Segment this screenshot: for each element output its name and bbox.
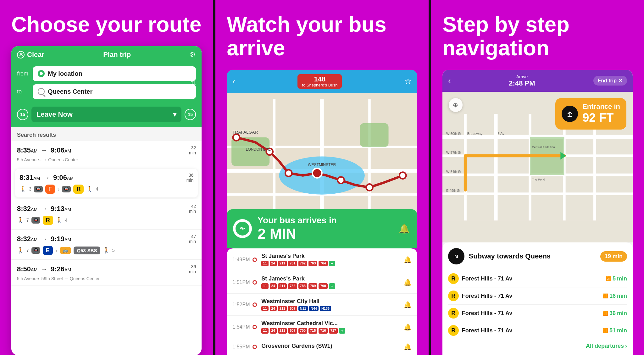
to-row: to Queens Center [17, 84, 196, 99]
min-val-3: 42 [191, 204, 196, 209]
result-min: 32 min [189, 145, 196, 155]
subway-towards-text: Subway towards Queens [469, 252, 596, 260]
result-row[interactable]: 8:35AM → 9:06AM 32 min 5th Avenue– → Que… [11, 141, 202, 167]
departure-row-0[interactable]: R Forest Hills - 71 Av 📶 5 min [448, 270, 627, 287]
bus-arrives-min: 2 MIN [258, 225, 393, 242]
bell-3[interactable]: 🔔 [404, 323, 412, 331]
stop-row-4[interactable]: 1:55PM Grosvenor Gardens (SW1) 🔔 [227, 338, 417, 355]
entrance-label: Entrance in [582, 103, 620, 111]
plan-header: ✕ Clear Plan trip ⚙ [11, 46, 202, 63]
result-row-highlight[interactable]: 8:31AM → 9:06AM 36 min 🚶 3 🚇 F › 🚇 [15, 169, 198, 197]
stop-dot-circle-0 [253, 258, 257, 262]
walk-icon-4: 🚶 [56, 217, 63, 224]
stop-time-0: 1:49PM [232, 257, 248, 263]
dep-time-2: 📶 36 min [603, 310, 627, 317]
bell-icon[interactable]: 🔔 [399, 224, 410, 234]
walk-icon-1: 🚶 [19, 186, 26, 192]
tag-716: 716 [319, 328, 327, 334]
stop-row-1[interactable]: 1:51PM St James's Park 11 24 211 786 788… [227, 271, 417, 294]
stop-row-3[interactable]: 1:54PM Westminster Cathedral Vic... 11 2… [227, 316, 417, 338]
route-arrow-2: › [55, 247, 58, 254]
search-results-label: Search results [11, 127, 202, 141]
walk-count-5: 7 [26, 248, 29, 253]
stop-name-3: Westminster Cathedral Vic... [261, 320, 399, 327]
entrance-svg [565, 109, 575, 119]
bell-0[interactable]: 🔔 [404, 256, 412, 263]
back-button[interactable]: ‹ [232, 76, 235, 86]
plan-trip-label: Plan trip [103, 51, 131, 59]
end-trip-button[interactable]: End trip ✕ [593, 76, 627, 86]
result-bottom-4: 🚶 7 🚇 E › 🚌 Q53-SBS 🚶 5 [17, 246, 196, 255]
stop-list: 1:49PM St James's Park 11 24 211 761 762… [227, 248, 417, 355]
subway-icon-r2: 🚇 [31, 217, 40, 224]
nav-bottom: M Subway towards Queens 19 min R Forest … [442, 242, 633, 355]
bell-4[interactable]: 🔔 [404, 343, 412, 351]
walk-count-2: 4 [96, 186, 98, 191]
svg-text:W 54th St: W 54th St [446, 169, 461, 173]
bell-2[interactable]: 🔔 [404, 301, 412, 308]
clear-icon: ✕ [17, 51, 25, 58]
nav-map-area: W 60th St W 57th St W 54th St E 49th St … [442, 92, 633, 242]
result-row-4[interactable]: 8:32AM → 9:19AM 47 min 🚶 7 🚇 E › 🚌 [11, 230, 202, 260]
arrive-time-5: 9:26AM [51, 265, 71, 273]
settings-icon[interactable]: ⚙ [190, 51, 196, 59]
result-row-3[interactable]: 8:32AM → 9:13AM 42 min 🚶 7 🚇 R 🚶 4 [11, 199, 202, 230]
stop-row-2[interactable]: 1:52PM Westminster City Hall 11 24 211 5… [227, 294, 417, 316]
panel-watch-bus: Watch your bus arrive ‹ 148 to Shepherd'… [213, 0, 428, 355]
bus-arrival-banner: Your bus arrives in 2 MIN 🔔 [227, 209, 417, 248]
result-row-5[interactable]: 8:50AM → 9:26AM 36 min 5th Avenue–59th S… [11, 260, 202, 286]
clear-label: Clear [27, 51, 44, 59]
svg-text:W 57th St: W 57th St [446, 151, 461, 154]
svg-text:LONDON EYE: LONDON EYE [246, 147, 271, 152]
route-tags-0: 11 24 211 761 762 763 764 + [261, 261, 399, 266]
stop-time-3: 1:54PM [232, 324, 248, 330]
tag-211-1: 211 [278, 283, 287, 289]
departure-row-3[interactable]: R Forest Hills - 71 Av 📶 51 min [448, 322, 627, 339]
tag-24: 24 [270, 261, 277, 266]
stop-row-0[interactable]: 1:49PM St James's Park 11 24 211 761 762… [227, 248, 417, 271]
min-label: min [189, 150, 196, 155]
svg-text:TRAFALGAR: TRAFALGAR [232, 130, 258, 135]
all-departures-link[interactable]: All departures › [448, 339, 627, 349]
departure-row-2[interactable]: R Forest Hills - 71 Av 📶 36 min [448, 305, 627, 322]
panel-choose-route: Choose your route ✕ Clear Plan trip ⚙ fr… [0, 0, 213, 355]
leave-now-button[interactable]: Leave Now ▾ [31, 107, 181, 122]
tag-211-3: 211 [278, 328, 287, 334]
bus-logo-inner [236, 222, 249, 236]
clear-btn[interactable]: ✕ Clear [17, 51, 44, 59]
walk-count-6: 5 [112, 248, 115, 253]
arrive-label: Arrive [509, 74, 535, 79]
stop-dot-0 [253, 258, 257, 262]
map-container: ‹ 148 to Shepherd's Bush ☆ [227, 70, 417, 248]
route-fields: from My location to Queens Center ⇅ [11, 63, 202, 103]
departure-row-1[interactable]: R Forest Hills - 71 Av 📶 16 min [448, 287, 627, 305]
tag-24-1: 24 [270, 283, 277, 289]
stop-info-1: St James's Park 11 24 211 786 788 789 79… [261, 275, 399, 289]
dep-time-0: 📶 5 min [606, 275, 627, 282]
dep-val-3: 51 [609, 327, 616, 334]
star-icon[interactable]: ☆ [404, 76, 412, 86]
stop-dot-3 [253, 325, 257, 329]
bell-1[interactable]: 🔔 [404, 279, 412, 286]
svg-rect-9 [360, 123, 389, 147]
result-min-5: 36 min [189, 264, 196, 274]
location-dot [38, 70, 45, 77]
compass-icon[interactable]: ⊕ [449, 98, 463, 112]
time-minus[interactable]: 15 [17, 109, 28, 120]
nav-back-button[interactable]: ‹ [448, 76, 451, 86]
dep-dest-0: Forest Hills - 71 Av [462, 275, 603, 282]
min-label-2: min [186, 178, 194, 183]
svg-point-14 [338, 177, 344, 184]
to-input[interactable]: Queens Center [33, 84, 196, 99]
swap-button[interactable]: ⇅ [190, 79, 196, 87]
to-label: to [17, 88, 30, 95]
from-input[interactable]: My location [33, 66, 196, 81]
dep-unit-0: min [617, 275, 627, 282]
stop-name-4: Grosvenor Gardens (SW1) [261, 343, 399, 349]
svg-text:Broadway: Broadway [467, 131, 482, 135]
route-tags-2: 11 24 211 507 N11 N44 N136 [261, 306, 399, 311]
time-plus[interactable]: 15 [185, 109, 196, 120]
search-icon [38, 88, 45, 95]
dep-dest-3: Forest Hills - 71 Av [462, 327, 600, 334]
route-arrow: › [58, 186, 60, 193]
